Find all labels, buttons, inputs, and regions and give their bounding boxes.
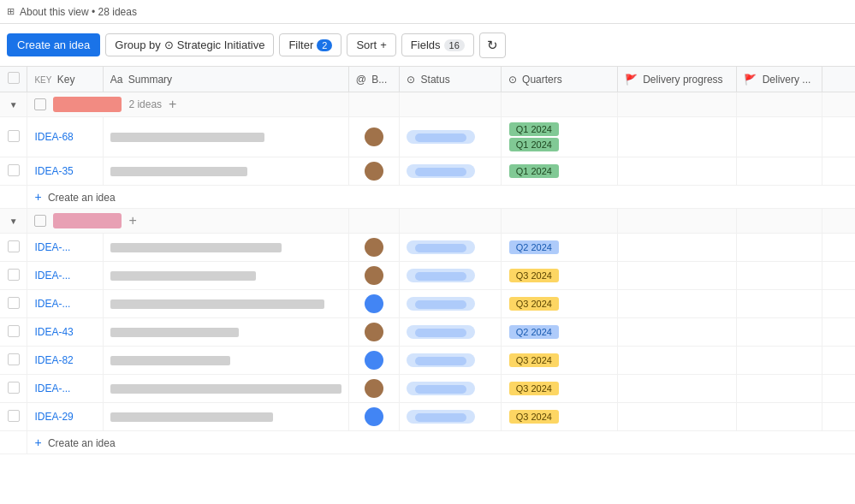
add-idea-check-cell bbox=[0, 186, 27, 209]
row-delivery2-cell bbox=[737, 234, 822, 262]
status-text-blurred bbox=[415, 300, 466, 309]
status-icon: ⊙ bbox=[407, 74, 415, 86]
row-check-cell bbox=[0, 403, 27, 431]
row-summary-cell bbox=[103, 262, 348, 290]
row-delivery2-cell bbox=[737, 318, 822, 347]
group-add-icon[interactable]: + bbox=[128, 213, 136, 228]
row-delivery-cell bbox=[617, 117, 736, 157]
row-key-cell: IDEA-... bbox=[27, 290, 103, 318]
row-key-cell: IDEA-... bbox=[27, 262, 103, 290]
idea-key[interactable]: IDEA-82 bbox=[34, 354, 73, 366]
circle-icon: ⊙ bbox=[164, 39, 174, 51]
avatar bbox=[365, 351, 383, 370]
idea-key[interactable]: IDEA-68 bbox=[34, 131, 73, 143]
table-row: IDEA-35 Q1 2024 bbox=[0, 157, 855, 186]
row-checkbox[interactable] bbox=[8, 240, 20, 252]
row-extra-cell bbox=[822, 347, 855, 375]
filter-count-badge: 2 bbox=[317, 39, 332, 51]
filter-button[interactable]: Filter 2 bbox=[279, 33, 341, 56]
quarter-badge: Q3 2024 bbox=[509, 269, 559, 282]
collapse-icon[interactable]: ▼ bbox=[9, 216, 18, 226]
row-delivery2-cell bbox=[737, 157, 822, 186]
row-checkbox[interactable] bbox=[8, 269, 20, 281]
col-header-extra bbox=[822, 67, 855, 92]
summary-blurred bbox=[110, 299, 324, 309]
idea-key[interactable]: IDEA-29 bbox=[34, 411, 73, 423]
row-check-cell bbox=[0, 117, 27, 157]
group-header-row: ▼ + bbox=[0, 209, 855, 234]
idea-key[interactable]: IDEA-43 bbox=[34, 326, 73, 338]
row-b-cell bbox=[348, 290, 400, 318]
group-extra-cell bbox=[822, 92, 855, 117]
group-label-cell: + bbox=[27, 209, 348, 234]
status-text-blurred bbox=[415, 385, 466, 394]
row-key-cell: IDEA-43 bbox=[27, 318, 103, 347]
group-tag[interactable] bbox=[53, 213, 122, 228]
summary-blurred bbox=[110, 243, 282, 252]
add-idea-cell[interactable]: + Create an idea bbox=[27, 431, 855, 454]
row-summary-cell bbox=[103, 318, 348, 347]
row-checkbox[interactable] bbox=[8, 297, 20, 309]
row-summary-cell bbox=[103, 403, 348, 431]
add-idea-label: Create an idea bbox=[48, 437, 116, 449]
quarter-badge: Q3 2024 bbox=[509, 410, 559, 424]
row-checkbox[interactable] bbox=[8, 353, 20, 365]
status-text-blurred bbox=[415, 272, 466, 281]
idea-key[interactable]: IDEA-35 bbox=[34, 165, 73, 177]
row-key-cell: IDEA-35 bbox=[27, 157, 103, 186]
key-icon: KEY bbox=[34, 75, 51, 85]
row-extra-cell bbox=[822, 157, 855, 186]
strategic-initiative-label: Strategic Initiative bbox=[177, 39, 265, 51]
refresh-button[interactable]: ↻ bbox=[479, 33, 506, 58]
select-all-checkbox[interactable] bbox=[8, 72, 20, 84]
group-checkbox[interactable] bbox=[34, 215, 46, 227]
summary-blurred bbox=[110, 384, 341, 394]
sort-button[interactable]: Sort + bbox=[347, 33, 395, 56]
add-idea-cell[interactable]: + Create an idea bbox=[27, 186, 855, 209]
idea-key[interactable]: IDEA-... bbox=[34, 270, 70, 282]
top-bar: ⊞ About this view • 28 ideas bbox=[0, 0, 855, 24]
row-quarters-cell: Q3 2024 bbox=[501, 375, 617, 403]
group-checkbox[interactable] bbox=[34, 98, 46, 110]
row-status-cell bbox=[400, 234, 502, 262]
row-extra-cell bbox=[822, 403, 855, 431]
row-checkbox[interactable] bbox=[8, 410, 20, 422]
col-header-quarters: ⊙ Quarters bbox=[501, 67, 617, 92]
idea-key[interactable]: IDEA-... bbox=[34, 382, 70, 394]
row-delivery-cell bbox=[617, 262, 736, 290]
quarter-badge: Q1 2024 bbox=[509, 138, 559, 151]
row-b-cell bbox=[348, 318, 400, 347]
group-quarters-cell bbox=[501, 209, 617, 234]
row-quarters-cell: Q3 2024 bbox=[501, 262, 617, 290]
quarter-badge: Q2 2024 bbox=[509, 325, 559, 339]
row-checkbox[interactable] bbox=[8, 130, 20, 142]
row-delivery2-cell bbox=[737, 290, 822, 318]
row-checkbox[interactable] bbox=[8, 325, 20, 337]
collapse-icon[interactable]: ▼ bbox=[9, 100, 18, 110]
row-delivery2-cell bbox=[737, 262, 822, 290]
table-container: KEY Key Aa Summary @ B... ⊙ Status ⊙ Q bbox=[0, 67, 855, 504]
avatar bbox=[365, 127, 383, 146]
col-header-delivery-progress: 🚩 Delivery progress bbox=[617, 67, 736, 92]
add-idea-check-cell bbox=[0, 431, 27, 454]
group-delivery-cell bbox=[617, 209, 736, 234]
avatar bbox=[365, 238, 383, 257]
row-checkbox[interactable] bbox=[8, 382, 20, 394]
row-key-cell: IDEA-29 bbox=[27, 403, 103, 431]
group-b-cell bbox=[348, 209, 400, 234]
row-key-cell: IDEA-68 bbox=[27, 117, 103, 157]
create-idea-button[interactable]: Create an idea bbox=[7, 33, 100, 56]
row-checkbox[interactable] bbox=[8, 164, 20, 176]
idea-key[interactable]: IDEA-... bbox=[34, 298, 70, 310]
b-icon: @ bbox=[356, 74, 366, 86]
group-tag[interactable] bbox=[53, 97, 122, 112]
filter-label: Filter bbox=[288, 39, 313, 51]
group-by-button[interactable]: Group by ⊙ Strategic Initiative bbox=[105, 33, 274, 56]
idea-key[interactable]: IDEA-... bbox=[34, 241, 70, 253]
group-add-icon[interactable]: + bbox=[169, 97, 176, 112]
summary-blurred bbox=[110, 412, 273, 422]
row-check-cell bbox=[0, 375, 27, 403]
fields-button[interactable]: Fields 16 bbox=[401, 33, 474, 56]
col-header-summary: Aa Summary bbox=[103, 67, 348, 92]
row-extra-cell bbox=[822, 290, 855, 318]
